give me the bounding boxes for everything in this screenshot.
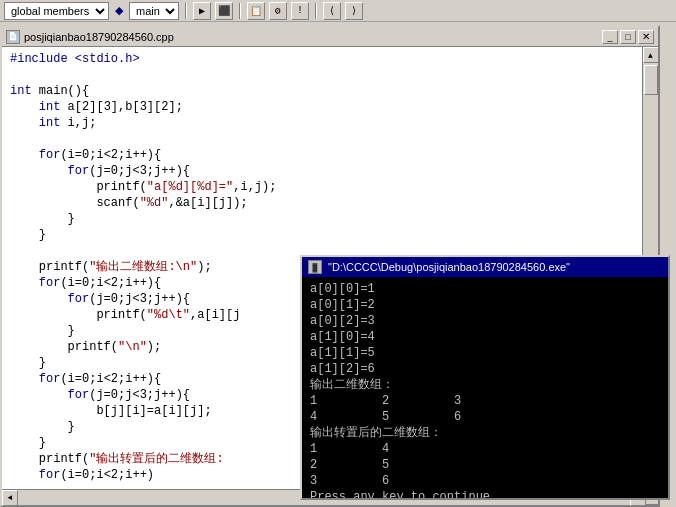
toolbar-btn-6[interactable]: ⟨ — [323, 2, 341, 20]
console-output-line: a[1][2]=6 — [310, 361, 660, 377]
console-output-line: a[0][0]=1 — [310, 281, 660, 297]
console-output-line: 1 2 3 — [310, 393, 660, 409]
editor-titlebar: 📄 posjiqianbao18790284560.cpp _ □ ✕ — [2, 27, 658, 47]
console-output-line: a[1][0]=4 — [310, 329, 660, 345]
separator3 — [315, 3, 317, 19]
close-button[interactable]: ✕ — [638, 30, 654, 44]
console-output-line: 输出转置后的二维数组： — [310, 425, 660, 441]
titlebar-left: 📄 posjiqianbao18790284560.cpp — [6, 30, 174, 44]
code-line — [10, 67, 634, 83]
editor-title: posjiqianbao18790284560.cpp — [24, 31, 174, 43]
separator — [185, 3, 187, 19]
code-line: } — [10, 227, 634, 243]
console-output-line: 输出二维数组： — [310, 377, 660, 393]
console-icon: ▓ — [308, 260, 322, 274]
code-line: int i,j; — [10, 115, 634, 131]
code-line: for(i=0;i<2;i++){ — [10, 147, 634, 163]
code-line: for(j=0;j<3;j++){ — [10, 163, 634, 179]
console-press-key-line: Press any key to continue — [310, 489, 660, 498]
console-output-line: a[0][1]=2 — [310, 297, 660, 313]
global-members-dropdown[interactable]: global members — [4, 2, 109, 20]
console-output-line: a[1][1]=5 — [310, 345, 660, 361]
console-output-line: a[0][2]=3 — [310, 313, 660, 329]
console-output-line: 3 6 — [310, 473, 660, 489]
code-line: printf("a[%d][%d]=",i,j); — [10, 179, 634, 195]
code-line: int main(){ — [10, 83, 634, 99]
console-title: "D:\CCCC\Debug\posjiqianbao18790284560.e… — [328, 261, 570, 273]
console-output-line: 1 4 — [310, 441, 660, 457]
toolbar: global members ◆ main ▶ ⬛ 📋 ⚙ ! ⟨ ⟩ — [0, 0, 676, 22]
code-line: scanf("%d",&a[i][j]); — [10, 195, 634, 211]
toolbar-btn-1[interactable]: ▶ — [193, 2, 211, 20]
diamond-icon: ◆ — [113, 4, 125, 17]
minimize-button[interactable]: _ — [602, 30, 618, 44]
scroll-left-button[interactable]: ◄ — [2, 490, 18, 506]
console-output-line: 4 5 6 — [310, 409, 660, 425]
toolbar-btn-2[interactable]: ⬛ — [215, 2, 233, 20]
toolbar-btn-3[interactable]: 📋 — [247, 2, 265, 20]
console-window: ▓ "D:\CCCC\Debug\posjiqianbao18790284560… — [300, 255, 670, 500]
scroll-up-button[interactable]: ▲ — [643, 47, 659, 63]
console-output-line: 2 5 — [310, 457, 660, 473]
maximize-button[interactable]: □ — [620, 30, 636, 44]
console-body: a[0][0]=1 a[0][1]=2 a[0][2]=3 a[1][0]=4 … — [302, 277, 668, 498]
code-line: int a[2][3],b[3][2]; — [10, 99, 634, 115]
code-line — [10, 131, 634, 147]
code-line: } — [10, 211, 634, 227]
toolbar-btn-4[interactable]: ⚙ — [269, 2, 287, 20]
file-icon: 📄 — [6, 30, 20, 44]
main-dropdown[interactable]: main — [129, 2, 179, 20]
toolbar-btn-5[interactable]: ! — [291, 2, 309, 20]
window-controls: _ □ ✕ — [602, 30, 654, 44]
code-line: #include <stdio.h> — [10, 51, 634, 67]
console-titlebar: ▓ "D:\CCCC\Debug\posjiqianbao18790284560… — [302, 257, 668, 277]
toolbar-btn-7[interactable]: ⟩ — [345, 2, 363, 20]
separator2 — [239, 3, 241, 19]
scroll-thumb[interactable] — [644, 65, 658, 95]
